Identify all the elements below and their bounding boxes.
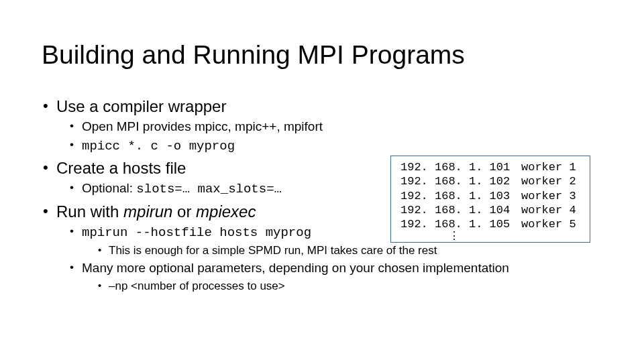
hosts-row: 192. 168. 1. 101 worker 1 [400, 160, 576, 174]
hosts-ip: 192. 168. 1. 101 [400, 160, 521, 174]
hosts-name: worker 1 [521, 160, 576, 174]
bullet-l2: Open MPI provides mpicc, mpic++, mpifort [68, 119, 610, 135]
hosts-row: 192. 168. 1. 103 worker 3 [400, 189, 576, 203]
bullet-text: This is enough for a simple SPMD run, MP… [109, 244, 437, 257]
bullet-code: mpirun --hostfile hosts myprog [82, 225, 311, 240]
bullet-text: Run with [56, 202, 123, 221]
bullet-l1: Use a compiler wrapper Open MPI provides… [42, 97, 610, 154]
bullet-l2: mpicc *. c -o myprog [68, 137, 610, 155]
slide: Building and Running MPI Programs Use a … [0, 0, 644, 362]
bullet-text: Many more optional parameters, depending… [82, 261, 509, 275]
hosts-row: 192. 168. 1. 102 worker 2 [400, 174, 576, 188]
hosts-row: 192. 168. 1. 104 worker 4 [400, 203, 576, 217]
slide-title: Building and Running MPI Programs [42, 40, 610, 70]
bullet-emph: mpiexec [196, 202, 256, 221]
bullet-emph: mpirun [123, 202, 172, 221]
hosts-name: worker 2 [521, 174, 576, 188]
hosts-ip: 192. 168. 1. 103 [400, 189, 521, 203]
hosts-ip: 192. 168. 1. 104 [400, 203, 521, 217]
bullet-text: Optional: [82, 181, 136, 195]
bullet-text: Use a compiler wrapper [56, 97, 226, 115]
hosts-name: worker 3 [521, 189, 576, 203]
bullet-l2: Many more optional parameters, depending… [68, 260, 610, 294]
bullet-text: –np <number of processes to use> [109, 280, 285, 292]
bullet-code: slots=… max_slots=… [136, 182, 282, 196]
hosts-ip: 192. 168. 1. 105 [400, 217, 521, 231]
bullet-l3: –np <number of processes to use> [97, 279, 610, 294]
hosts-file-box: 192. 168. 1. 101 worker 1 192. 168. 1. 1… [390, 156, 590, 243]
hosts-name: worker 4 [521, 203, 576, 217]
bullet-l3: This is enough for a simple SPMD run, MP… [97, 243, 610, 258]
hosts-ip: 192. 168. 1. 102 [400, 174, 521, 188]
bullet-code: mpicc *. c -o myprog [82, 139, 235, 154]
hosts-name: worker 5 [521, 217, 576, 231]
bullet-text: or [172, 202, 196, 221]
bullet-text: Create a hosts file [56, 159, 186, 177]
hosts-row: 192. 168. 1. 105 worker 5 [400, 217, 576, 231]
hosts-ellipsis: ⋮ [447, 233, 461, 239]
bullet-text: Open MPI provides mpicc, mpic++, mpifort [82, 119, 323, 133]
